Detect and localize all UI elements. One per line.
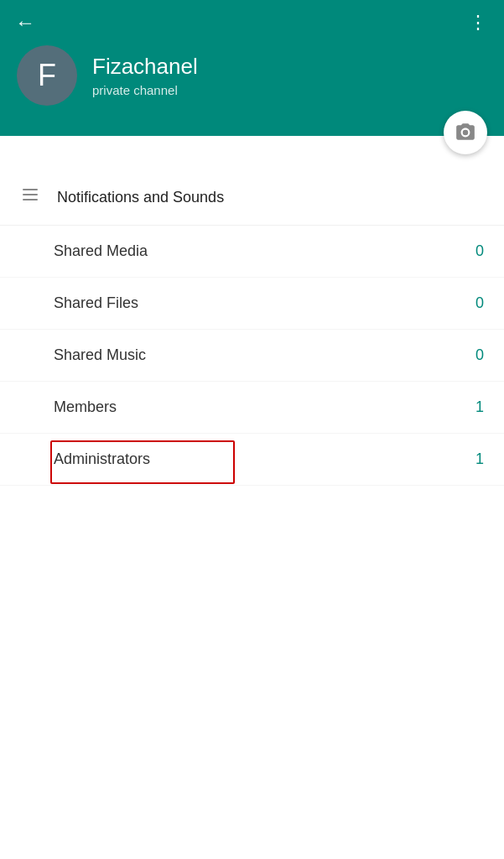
administrators-count: 1 (475, 450, 484, 468)
shared-files-item[interactable]: Shared Files 0 (0, 278, 504, 330)
camera-icon (455, 122, 476, 143)
channel-info: Fizachanel private channel (92, 54, 198, 96)
channel-name: Fizachanel (92, 54, 198, 80)
shared-media-count: 0 (475, 242, 484, 260)
svg-point-0 (463, 130, 469, 136)
members-count: 1 (475, 398, 484, 416)
svg-rect-3 (23, 199, 38, 200)
administrators-label: Administrators (54, 450, 150, 468)
svg-rect-2 (23, 194, 38, 195)
menu-section: Notifications and Sounds Shared Media 0 … (0, 169, 504, 486)
notifications-header[interactable]: Notifications and Sounds (0, 169, 504, 226)
shared-files-count: 0 (475, 294, 484, 312)
top-bar: ← ⋮ (0, 0, 504, 42)
members-label: Members (54, 398, 117, 416)
administrators-item[interactable]: Administrators 1 (0, 434, 504, 486)
header: ← ⋮ F Fizachanel private channel (0, 0, 504, 136)
shared-media-label: Shared Media (54, 242, 148, 260)
shared-files-label: Shared Files (54, 294, 138, 312)
shared-music-item[interactable]: Shared Music 0 (0, 330, 504, 382)
avatar: F (17, 45, 77, 106)
svg-rect-1 (23, 189, 38, 190)
shared-music-count: 0 (475, 346, 484, 364)
section-label: Notifications and Sounds (57, 189, 224, 206)
channel-type-label: private channel (92, 83, 198, 97)
members-item[interactable]: Members 1 (0, 382, 504, 434)
shared-music-label: Shared Music (54, 346, 146, 364)
channel-profile: F Fizachanel private channel (0, 42, 504, 119)
list-icon (20, 185, 40, 210)
back-button[interactable]: ← (15, 13, 35, 33)
camera-button[interactable] (444, 111, 487, 154)
shared-media-item[interactable]: Shared Media 0 (0, 226, 504, 278)
more-options-button[interactable]: ⋮ (469, 12, 489, 34)
